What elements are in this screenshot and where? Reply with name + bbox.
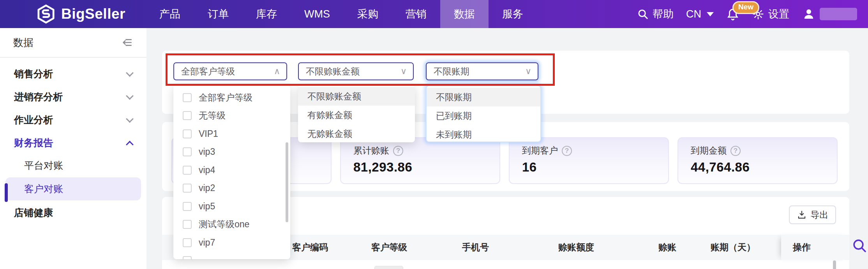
checkbox[interactable] [183,238,192,247]
level-option-vip1[interactable]: VIP1 [173,125,290,143]
sticky-column-bg [781,235,849,260]
question-icon[interactable]: ? [730,146,741,156]
option-label: VIP1 [199,129,218,139]
sidebar-group-inventory-analysis[interactable]: 进销存分析 [0,85,146,108]
col-customer-level[interactable]: 客户等级 [371,235,407,260]
credit-amount-value: 不限赊账金额 [306,65,360,78]
sidebar-item-customer-reconciliation[interactable]: 客户对账 [5,177,141,200]
collapse-sidebar-icon[interactable] [121,36,133,49]
credit-option-unlimited[interactable]: 不限赊账金额 [298,87,415,106]
table-scrollbar[interactable] [833,260,836,269]
nav-item-marketing[interactable]: 营销 [392,0,440,28]
option-label: 不限账期 [436,91,472,103]
stat-card-due-amount: 到期金额 ? 44,764.86 [677,137,838,184]
nav-item-products[interactable]: 产品 [146,0,194,28]
language-label: CN [686,8,701,20]
caret-up-icon: ∧ [274,66,280,76]
option-label: 全部客户等级 [199,92,252,104]
col-phone[interactable]: 手机号 [462,235,489,260]
level-option-test-one[interactable]: 测试等级one [173,216,290,234]
customer-level-select[interactable]: 全部客户等级 ∧ [173,62,287,80]
level-option-vip3[interactable]: vip3 [173,143,290,161]
col-actions[interactable]: 操作 [793,235,811,260]
col-credit-limit[interactable]: 赊账额度 [558,235,594,260]
brand-logo[interactable]: BigSeller [37,4,125,24]
term-option-not-due[interactable]: 未到账期 [427,125,540,142]
sidebar-group-label: 店铺健康 [14,206,53,219]
col-credit[interactable]: 赊账 [658,235,676,260]
caret-down-icon: ∨ [525,66,531,76]
search-icon [637,8,649,20]
level-option-vip5[interactable]: vip5 [173,197,290,216]
stat-value: 16 [522,160,668,175]
question-icon[interactable]: ? [393,146,403,156]
term-option-due[interactable]: 已到账期 [427,106,540,125]
sidebar-group-label: 财务报告 [14,136,53,149]
checkbox[interactable] [183,184,192,193]
sidebar-group-label: 进销存分析 [14,90,63,103]
help-button[interactable]: 帮助 [637,7,674,21]
level-option-partial[interactable] [173,252,290,260]
nav-item-wms[interactable]: WMS [291,0,344,28]
sidebar-title: 数据 [13,36,34,50]
customer-level-dropdown: 全部客户等级 无等级 VIP1 vip3 vip4 vip2 vip5 测试等 [173,85,290,259]
table-search-toggle[interactable] [852,238,867,253]
checkbox[interactable] [183,220,192,229]
checkbox[interactable] [183,93,192,102]
export-label: 导出 [811,209,829,221]
option-label: 不限赊账金额 [307,90,361,103]
download-icon [797,210,807,220]
checkbox[interactable] [183,147,192,156]
payment-term-dropdown: 不限账期 已到账期 未到账期 [426,85,541,142]
nav-item-service[interactable]: 服务 [489,0,537,28]
nav-item-orders[interactable]: 订单 [194,0,242,28]
user-icon [802,7,816,21]
export-button[interactable]: 导出 [789,205,836,224]
level-option-vip7[interactable]: vip7 [173,234,290,252]
sidebar-group-sales-analysis[interactable]: 销售分析 [0,62,146,85]
nav-item-purchase[interactable]: 采购 [344,0,392,28]
bigseller-logo-icon [37,4,55,24]
option-label: 无等级 [199,110,226,122]
level-option-vip4[interactable]: vip4 [173,161,290,179]
credit-amount-select[interactable]: 不限赊账金额 ∨ [298,62,414,80]
level-option-all[interactable]: 全部客户等级 [173,88,290,107]
col-term-days[interactable]: 账期（天） [711,235,755,260]
search-icon [852,238,867,253]
nav-item-data-active[interactable]: 数据 [440,0,489,28]
stat-title: 到期金额 [691,145,727,157]
chevron-down-icon [126,69,134,77]
col-customer-code[interactable]: 客户编码 [292,235,328,260]
sidebar-group-operation-analysis[interactable]: 作业分析 [0,108,146,131]
main-nav: 产品 订单 库存 WMS 采购 营销 数据 服务 [146,0,537,28]
stat-title: 到期客户 [522,145,558,157]
payment-term-select[interactable]: 不限账期 ∨ [426,62,538,80]
option-label: vip7 [199,237,215,248]
user-account[interactable] [802,7,857,21]
checkbox[interactable] [183,166,192,175]
sidebar-group-label: 销售分析 [14,67,53,80]
customer-level-value: 全部客户等级 [181,65,235,78]
option-label: vip5 [199,201,215,212]
credit-option-has[interactable]: 有赊账金额 [298,106,415,124]
dropdown-scrollbar[interactable] [286,142,288,222]
nav-item-inventory[interactable]: 库存 [242,0,291,28]
checkbox[interactable] [183,129,192,138]
notifications-button[interactable]: New [726,7,739,21]
sidebar-item-platform-reconciliation[interactable]: 平台对账 [0,154,146,177]
question-icon[interactable]: ? [562,146,572,156]
top-navbar: BigSeller 产品 订单 库存 WMS 采购 营销 数据 服务 帮助 CN [0,0,868,28]
sidebar-item-shop-health[interactable]: 店铺健康 [0,201,146,224]
sidebar-group-finance-report[interactable]: 财务报告 [0,131,146,154]
checkbox[interactable] [183,202,192,211]
checkbox[interactable] [183,111,192,120]
credit-option-none[interactable]: 无赊账金额 [298,124,415,142]
help-label: 帮助 [653,7,674,21]
checkbox[interactable] [183,256,192,259]
chevron-down-icon [126,92,134,100]
level-option-vip2[interactable]: vip2 [173,179,290,198]
term-option-unlimited[interactable]: 不限账期 [427,88,540,106]
brand-name: BigSeller [61,6,125,22]
language-switcher[interactable]: CN [686,8,714,20]
level-option-none[interactable]: 无等级 [173,107,290,125]
